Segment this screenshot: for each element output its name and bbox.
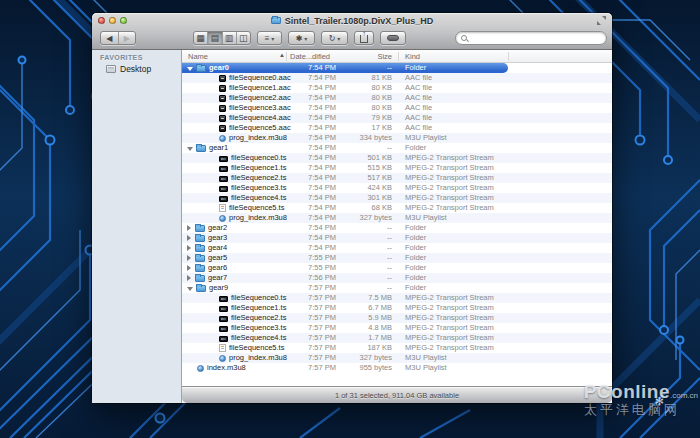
table-row[interactable]: fileSequence3.aac7:54 PM80 KBAAC file — [182, 103, 612, 113]
file-name: fileSequence1.ts — [231, 303, 286, 313]
m3u8-icon — [219, 135, 226, 142]
table-row[interactable]: fileSequence2.ts7:57 PM5.9 MBMPEG-2 Tran… — [182, 313, 612, 323]
label-button[interactable] — [380, 31, 406, 45]
file-name: fileSequence0.aac — [229, 73, 291, 83]
column-header-date-modified[interactable]: Date...dified — [290, 52, 330, 61]
disclosure-triangle-icon[interactable] — [187, 67, 193, 71]
window-body: FAVORITES Desktop Name ▲ Date...dified S… — [92, 50, 612, 403]
list-view-button[interactable]: ▤ — [208, 32, 222, 44]
traffic-lights — [98, 17, 127, 24]
disclosure-triangle-icon[interactable] — [187, 245, 191, 251]
table-row[interactable]: fileSequence0.ts7:54 PM501 KBMPEG-2 Tran… — [182, 153, 612, 163]
file-name-cell: fileSequence2.aac — [182, 93, 612, 103]
column-header-kind[interactable]: Kind — [405, 52, 420, 61]
table-row[interactable]: gear07:54 PM--Folder — [182, 63, 612, 73]
table-row[interactable]: gear37:54 PM--Folder — [182, 233, 612, 243]
kind-cell: M3U Playlist — [405, 353, 447, 363]
share-button[interactable] — [354, 31, 374, 45]
disclosure-triangle-icon[interactable] — [187, 287, 193, 291]
ts-icon — [219, 336, 228, 342]
table-row[interactable]: gear47:54 PM--Folder — [182, 243, 612, 253]
file-name-cell: fileSequence3.ts — [182, 323, 612, 333]
close-button[interactable] — [98, 17, 105, 24]
arrange-menu[interactable]: ≡ ▾ — [257, 31, 282, 45]
column-header-name[interactable]: Name — [188, 52, 208, 61]
table-row[interactable]: fileSequence2.ts7:54 PM517 KBMPEG-2 Tran… — [182, 173, 612, 183]
table-row[interactable]: fileSequence4.ts7:54 PM301 KBMPEG-2 Tran… — [182, 193, 612, 203]
table-row[interactable]: fileSequence4.aac7:54 PM79 KBAAC file — [182, 113, 612, 123]
table-row[interactable]: fileSequence4.ts7:57 PM1.7 MBMPEG-2 Tran… — [182, 333, 612, 343]
table-row[interactable]: gear67:55 PM--Folder — [182, 263, 612, 273]
disclosure-triangle-icon[interactable] — [187, 225, 191, 231]
toolbar: ◀ ▶ ▦ ▤ ▥ ◫ ≡ ▾ ✱ ▾ ↻ ▾ — [92, 28, 612, 49]
back-button[interactable]: ◀ — [101, 32, 119, 44]
table-row[interactable]: fileSequence1.aac7:54 PM80 KBAAC file — [182, 83, 612, 93]
table-row[interactable]: gear17:54 PM--Folder — [182, 143, 612, 153]
file-name-cell: fileSequence4.ts — [182, 333, 612, 343]
table-row[interactable]: prog_index.m3u87:54 PM327 bytesM3U Playl… — [182, 213, 612, 223]
title-bar[interactable]: Sintel_Trailer.1080p.DivX_Plus_HD — [92, 13, 612, 28]
table-row[interactable]: fileSequence1.ts7:54 PM515 KBMPEG-2 Tran… — [182, 163, 612, 173]
file-name: gear3 — [208, 233, 227, 243]
disclosure-triangle-icon[interactable] — [187, 147, 193, 151]
folder-icon — [195, 245, 205, 252]
zoom-button[interactable] — [120, 17, 127, 24]
disclosure-triangle-icon[interactable] — [187, 275, 191, 281]
action-menu[interactable]: ✱ ▾ — [288, 31, 315, 45]
column-divider[interactable] — [398, 52, 399, 61]
kind-cell: MPEG-2 Transport Stream — [405, 293, 494, 303]
file-name-cell: fileSequence5.ts — [182, 343, 612, 353]
capsule-icon — [387, 35, 399, 41]
ts-icon — [219, 166, 228, 172]
table-row[interactable]: gear57:55 PM--Folder — [182, 253, 612, 263]
folder-proxy-icon[interactable] — [271, 17, 281, 24]
disclosure-triangle-icon[interactable] — [187, 265, 191, 271]
size-cell: 68 KB — [326, 203, 392, 213]
ts-icon — [219, 316, 228, 322]
table-row[interactable]: fileSequence0.ts7:57 PM7.5 MBMPEG-2 Tran… — [182, 293, 612, 303]
forward-button[interactable]: ▶ — [119, 32, 136, 44]
size-cell: 1.7 MB — [326, 333, 392, 343]
table-row[interactable]: prog_index.m3u87:54 PM334 bytesM3U Playl… — [182, 133, 612, 143]
table-row[interactable]: fileSequence0.aac7:54 PM81 KBAAC file — [182, 73, 612, 83]
coverflow-view-button[interactable]: ◫ — [237, 32, 250, 44]
table-row[interactable]: gear27:54 PM--Folder — [182, 223, 612, 233]
table-row[interactable]: fileSequence1.ts7:57 PM6.7 MBMPEG-2 Tran… — [182, 303, 612, 313]
fullscreen-icon[interactable] — [597, 16, 606, 25]
search-field[interactable] — [455, 31, 607, 45]
kind-cell: Folder — [405, 283, 426, 293]
column-divider[interactable] — [286, 52, 287, 61]
window-title: Sintel_Trailer.1080p.DivX_Plus_HD — [271, 16, 434, 26]
kind-cell: MPEG-2 Transport Stream — [405, 343, 494, 353]
icon-view-button[interactable]: ▦ — [194, 32, 208, 44]
file-name: gear7 — [208, 273, 227, 283]
size-cell: 334 bytes — [326, 133, 392, 143]
table-row[interactable]: fileSequence2.aac7:54 PM80 KBAAC file — [182, 93, 612, 103]
search-icon — [461, 35, 467, 41]
file-name-cell: fileSequence4.ts — [182, 193, 612, 203]
table-row[interactable]: gear97:57 PM--Folder — [182, 283, 612, 293]
table-row[interactable]: fileSequence3.ts7:57 PM4.8 MBMPEG-2 Tran… — [182, 323, 612, 333]
sidebar-item-desktop[interactable]: Desktop — [92, 63, 181, 75]
file-name: fileSequence4.ts — [231, 333, 286, 343]
disclosure-triangle-icon[interactable] — [187, 255, 191, 261]
disclosure-triangle-icon[interactable] — [187, 235, 191, 241]
search-input[interactable] — [470, 34, 601, 43]
table-row[interactable]: gear77:56 PM--Folder — [182, 273, 612, 283]
column-view-button[interactable]: ▥ — [223, 32, 237, 44]
minimize-button[interactable] — [109, 17, 116, 24]
table-row[interactable]: index.m3u87:57 PM955 bytesM3U Playlist — [182, 363, 612, 373]
column-divider[interactable] — [508, 52, 509, 61]
table-row[interactable]: fileSequence5.ts7:54 PM68 KBMPEG-2 Trans… — [182, 203, 612, 213]
table-row[interactable]: fileSequence5.aac7:54 PM17 KBAAC file — [182, 123, 612, 133]
file-name-cell: fileSequence4.aac — [182, 113, 612, 123]
table-row[interactable]: prog_index.m3u87:57 PM327 bytesM3U Playl… — [182, 353, 612, 363]
folder-icon — [195, 265, 205, 272]
kind-cell: MPEG-2 Transport Stream — [405, 323, 494, 333]
kind-cell: MPEG-2 Transport Stream — [405, 303, 494, 313]
aac-icon — [219, 125, 226, 132]
sync-menu[interactable]: ↻ ▾ — [321, 31, 348, 45]
column-header-size[interactable]: Size — [332, 52, 392, 61]
table-row[interactable]: fileSequence5.ts7:57 PM187 KBMPEG-2 Tran… — [182, 343, 612, 353]
table-row[interactable]: fileSequence3.ts7:54 PM424 KBMPEG-2 Tran… — [182, 183, 612, 193]
